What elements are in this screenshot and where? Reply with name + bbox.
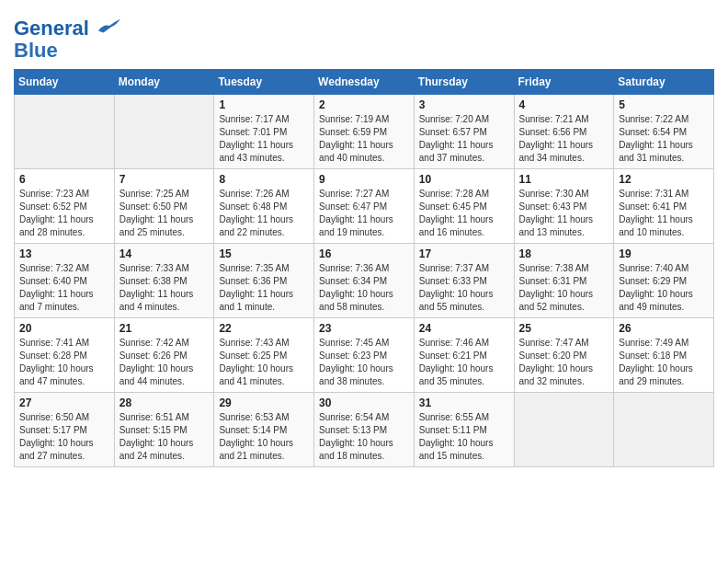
calendar-day-header: Wednesday: [314, 70, 415, 95]
day-info: Sunrise: 7:37 AM Sunset: 6:33 PM Dayligh…: [419, 263, 494, 312]
day-number: 11: [519, 173, 609, 186]
day-number: 27: [19, 396, 109, 409]
day-number: 24: [419, 322, 509, 335]
calendar-cell: 20Sunrise: 7:41 AM Sunset: 6:28 PM Dayli…: [15, 318, 115, 393]
day-number: 4: [519, 98, 609, 111]
calendar-table: SundayMondayTuesdayWednesdayThursdayFrid…: [14, 69, 714, 467]
calendar-cell: [15, 95, 115, 169]
logo-text: General: [14, 15, 122, 40]
day-info: Sunrise: 7:40 AM Sunset: 6:29 PM Dayligh…: [619, 263, 693, 312]
calendar-cell: [514, 393, 614, 467]
calendar-day-header: Tuesday: [214, 70, 314, 95]
day-number: 5: [619, 98, 709, 111]
day-number: 19: [619, 247, 709, 260]
day-number: 26: [619, 322, 709, 335]
day-info: Sunrise: 7:21 AM Sunset: 6:56 PM Dayligh…: [519, 114, 594, 163]
day-info: Sunrise: 7:23 AM Sunset: 6:52 PM Dayligh…: [19, 189, 94, 237]
day-info: Sunrise: 7:45 AM Sunset: 6:23 PM Dayligh…: [319, 338, 393, 386]
day-info: Sunrise: 6:50 AM Sunset: 5:17 PM Dayligh…: [19, 412, 94, 461]
calendar-cell: 15Sunrise: 7:35 AM Sunset: 6:36 PM Dayli…: [214, 244, 314, 318]
calendar-cell: 28Sunrise: 6:51 AM Sunset: 5:15 PM Dayli…: [114, 393, 214, 467]
day-info: Sunrise: 7:28 AM Sunset: 6:45 PM Dayligh…: [419, 189, 494, 237]
calendar-cell: 29Sunrise: 6:53 AM Sunset: 5:14 PM Dayli…: [214, 393, 314, 467]
calendar-cell: 26Sunrise: 7:49 AM Sunset: 6:18 PM Dayli…: [614, 318, 714, 393]
calendar-cell: 23Sunrise: 7:45 AM Sunset: 6:23 PM Dayli…: [314, 318, 415, 393]
day-number: 3: [419, 98, 509, 111]
day-number: 12: [619, 173, 709, 186]
calendar-week-row: 27Sunrise: 6:50 AM Sunset: 5:17 PM Dayli…: [15, 393, 714, 467]
day-number: 8: [219, 173, 309, 186]
calendar-cell: 31Sunrise: 6:55 AM Sunset: 5:11 PM Dayli…: [414, 393, 514, 467]
day-info: Sunrise: 7:33 AM Sunset: 6:38 PM Dayligh…: [119, 263, 194, 312]
day-info: Sunrise: 7:17 AM Sunset: 7:01 PM Dayligh…: [219, 114, 293, 163]
day-info: Sunrise: 7:36 AM Sunset: 6:34 PM Dayligh…: [319, 263, 393, 312]
day-number: 29: [219, 396, 309, 409]
day-info: Sunrise: 7:26 AM Sunset: 6:48 PM Dayligh…: [219, 189, 293, 237]
day-number: 20: [19, 322, 109, 335]
logo: General Blue: [14, 15, 122, 62]
calendar-cell: 2Sunrise: 7:19 AM Sunset: 6:59 PM Daylig…: [314, 95, 415, 169]
day-info: Sunrise: 7:31 AM Sunset: 6:41 PM Dayligh…: [619, 189, 693, 237]
day-number: 31: [419, 396, 509, 409]
day-info: Sunrise: 6:53 AM Sunset: 5:14 PM Dayligh…: [219, 412, 293, 461]
day-number: 6: [19, 173, 109, 186]
day-info: Sunrise: 7:32 AM Sunset: 6:40 PM Dayligh…: [19, 263, 94, 312]
day-info: Sunrise: 7:41 AM Sunset: 6:28 PM Dayligh…: [19, 338, 94, 386]
day-number: 30: [319, 396, 409, 409]
calendar-cell: 17Sunrise: 7:37 AM Sunset: 6:33 PM Dayli…: [414, 244, 514, 318]
calendar-body: 1Sunrise: 7:17 AM Sunset: 7:01 PM Daylig…: [15, 95, 714, 467]
calendar-cell: 13Sunrise: 7:32 AM Sunset: 6:40 PM Dayli…: [15, 244, 115, 318]
calendar-cell: [114, 95, 214, 169]
day-info: Sunrise: 6:55 AM Sunset: 5:11 PM Dayligh…: [419, 412, 494, 461]
day-number: 15: [219, 247, 309, 260]
day-info: Sunrise: 7:43 AM Sunset: 6:25 PM Dayligh…: [219, 338, 293, 386]
day-number: 17: [419, 247, 509, 260]
day-number: 16: [319, 247, 409, 260]
day-info: Sunrise: 7:19 AM Sunset: 6:59 PM Dayligh…: [319, 114, 393, 163]
day-info: Sunrise: 7:20 AM Sunset: 6:57 PM Dayligh…: [419, 114, 494, 163]
calendar-cell: 25Sunrise: 7:47 AM Sunset: 6:20 PM Dayli…: [514, 318, 614, 393]
calendar-cell: 21Sunrise: 7:42 AM Sunset: 6:26 PM Dayli…: [114, 318, 214, 393]
day-info: Sunrise: 7:42 AM Sunset: 6:26 PM Dayligh…: [119, 338, 194, 386]
calendar-day-header: Monday: [114, 70, 214, 95]
day-number: 2: [319, 98, 409, 111]
day-number: 10: [419, 173, 509, 186]
calendar-cell: 1Sunrise: 7:17 AM Sunset: 7:01 PM Daylig…: [214, 95, 314, 169]
calendar-cell: 7Sunrise: 7:25 AM Sunset: 6:50 PM Daylig…: [114, 169, 214, 244]
calendar-cell: 12Sunrise: 7:31 AM Sunset: 6:41 PM Dayli…: [614, 169, 714, 244]
day-number: 9: [319, 173, 409, 186]
calendar-cell: 27Sunrise: 6:50 AM Sunset: 5:17 PM Dayli…: [15, 393, 115, 467]
calendar-week-row: 6Sunrise: 7:23 AM Sunset: 6:52 PM Daylig…: [15, 169, 714, 244]
calendar-cell: 11Sunrise: 7:30 AM Sunset: 6:43 PM Dayli…: [514, 169, 614, 244]
calendar-cell: 4Sunrise: 7:21 AM Sunset: 6:56 PM Daylig…: [514, 95, 614, 169]
day-number: 22: [219, 322, 309, 335]
day-number: 14: [119, 247, 210, 260]
calendar-cell: 3Sunrise: 7:20 AM Sunset: 6:57 PM Daylig…: [414, 95, 514, 169]
day-info: Sunrise: 7:47 AM Sunset: 6:20 PM Dayligh…: [519, 338, 594, 386]
calendar-cell: 24Sunrise: 7:46 AM Sunset: 6:21 PM Dayli…: [414, 318, 514, 393]
calendar-cell: 8Sunrise: 7:26 AM Sunset: 6:48 PM Daylig…: [214, 169, 314, 244]
calendar-header-row: SundayMondayTuesdayWednesdayThursdayFrid…: [15, 70, 714, 95]
day-number: 28: [119, 396, 210, 409]
day-number: 25: [519, 322, 609, 335]
day-number: 23: [319, 322, 409, 335]
day-info: Sunrise: 7:30 AM Sunset: 6:43 PM Dayligh…: [519, 189, 594, 237]
calendar-cell: 19Sunrise: 7:40 AM Sunset: 6:29 PM Dayli…: [614, 244, 714, 318]
calendar-cell: 16Sunrise: 7:36 AM Sunset: 6:34 PM Dayli…: [314, 244, 415, 318]
day-info: Sunrise: 7:46 AM Sunset: 6:21 PM Dayligh…: [419, 338, 494, 386]
logo-text-blue: Blue: [14, 40, 122, 62]
calendar-day-header: Thursday: [414, 70, 514, 95]
calendar-week-row: 1Sunrise: 7:17 AM Sunset: 7:01 PM Daylig…: [15, 95, 714, 169]
day-info: Sunrise: 7:25 AM Sunset: 6:50 PM Dayligh…: [119, 189, 194, 237]
calendar-week-row: 20Sunrise: 7:41 AM Sunset: 6:28 PM Dayli…: [15, 318, 714, 393]
day-info: Sunrise: 7:22 AM Sunset: 6:54 PM Dayligh…: [619, 114, 693, 163]
calendar-cell: 30Sunrise: 6:54 AM Sunset: 5:13 PM Dayli…: [314, 393, 415, 467]
calendar-cell: 18Sunrise: 7:38 AM Sunset: 6:31 PM Dayli…: [514, 244, 614, 318]
page-header: General Blue: [14, 9, 714, 62]
calendar-week-row: 13Sunrise: 7:32 AM Sunset: 6:40 PM Dayli…: [15, 244, 714, 318]
calendar-day-header: Friday: [514, 70, 614, 95]
day-number: 13: [19, 247, 109, 260]
calendar-day-header: Saturday: [614, 70, 714, 95]
calendar-cell: [614, 393, 714, 467]
day-info: Sunrise: 6:54 AM Sunset: 5:13 PM Dayligh…: [319, 412, 393, 461]
